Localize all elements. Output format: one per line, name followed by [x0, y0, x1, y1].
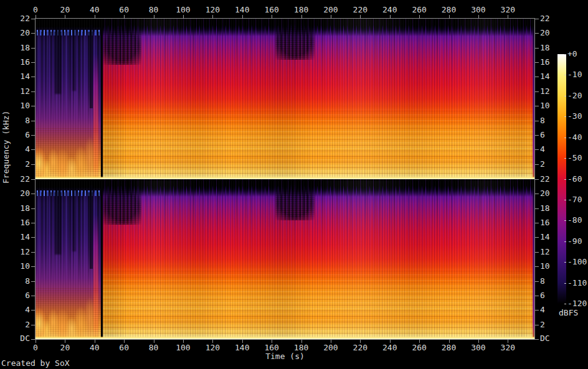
freq-tick-label-left: 10: [12, 262, 30, 271]
freq-tick-label-left: 6: [12, 131, 30, 139]
freq-tick-label-right: 6: [540, 291, 561, 300]
time-tick-label-bottom: 180: [289, 343, 314, 352]
freq-tick-right: [535, 19, 539, 19]
time-tick-label-bottom: 120: [200, 343, 225, 352]
freq-tick-left: [31, 121, 35, 121]
freq-tick-left: [31, 325, 35, 325]
fine-striation-layer: [36, 179, 534, 339]
level-tick-label: -30: [567, 112, 588, 121]
freq-axis-title: Frequency (kHz): [2, 174, 11, 184]
freq-tick-label-left: 20: [12, 29, 30, 37]
freq-tick-label-left: 4: [12, 306, 30, 314]
level-tick: [564, 304, 566, 304]
freq-tick-label-right: 14: [540, 233, 561, 241]
freq-tick-label-left: 12: [12, 248, 30, 256]
freq-tick-right: [535, 91, 539, 92]
time-tick-top: [36, 15, 36, 19]
freq-tick-right: [535, 208, 539, 209]
spectrogram-channel-1: [36, 19, 534, 179]
freq-tick-left: [31, 62, 35, 63]
level-tick-label: -40: [567, 133, 588, 142]
time-tick-label-top: 100: [171, 6, 196, 14]
time-tick-top: [508, 15, 508, 19]
sox-spectrogram: Frequency (kHz) Time (s) dBFS Created by…: [0, 0, 588, 369]
freq-tick-left: [31, 310, 35, 311]
colorbar-title: dBFS: [559, 309, 578, 317]
time-tick-label-top: 280: [437, 6, 462, 14]
time-tick-top: [272, 15, 272, 19]
time-tick-label-bottom: 200: [318, 343, 343, 352]
freq-tick-left: [31, 339, 35, 340]
freq-tick-left: [31, 164, 35, 165]
level-tick: [564, 179, 566, 180]
time-tick-label-bottom: 100: [171, 343, 196, 352]
freq-tick-label-left: 14: [12, 72, 30, 81]
freq-tick-label-right: 10: [540, 101, 561, 110]
freq-tick-label-right: 10: [540, 262, 561, 271]
freq-tick-label-left: DC: [12, 334, 30, 343]
freq-tick-label-right: 12: [540, 87, 561, 96]
freq-tick-left: [31, 296, 35, 296]
level-tick: [564, 158, 566, 159]
time-tick-label-bottom: 0: [23, 343, 48, 352]
freq-tick-label-right: 18: [540, 204, 561, 213]
freq-tick-right: [535, 135, 539, 136]
freq-tick-right: [535, 194, 539, 194]
freq-tick-label-left: 2: [12, 160, 30, 169]
time-tick-label-top: 300: [466, 6, 491, 14]
freq-tick-label-right: 16: [540, 58, 561, 67]
freq-tick-left: [31, 252, 35, 253]
freq-tick-label-right: 20: [540, 29, 561, 37]
freq-tick-right: [535, 164, 539, 165]
freq-tick-label-right: 22: [540, 14, 561, 23]
time-tick-label-top: 200: [318, 6, 343, 14]
time-tick-label-bottom: 40: [82, 343, 107, 352]
freq-tick-label-right: 20: [540, 189, 561, 198]
freq-tick-left: [31, 48, 35, 49]
time-tick-label-bottom: 240: [377, 343, 402, 352]
time-tick-top: [242, 15, 243, 19]
dc-bright-edge: [36, 336, 534, 339]
time-tick-label-bottom: 300: [466, 343, 491, 352]
freq-tick-right: [535, 106, 539, 106]
freq-tick-left: [31, 194, 35, 194]
time-tick-label-bottom: 140: [230, 343, 255, 352]
level-tick-label: -100: [567, 258, 588, 266]
fine-striation-layer: [36, 19, 534, 179]
freq-tick-label-right: 6: [540, 131, 561, 139]
level-tick: [564, 220, 566, 221]
freq-tick-label-left: 16: [12, 58, 30, 67]
time-tick-label-bottom: 80: [141, 343, 166, 352]
freq-tick-right: [535, 62, 539, 63]
freq-tick-label-left: 8: [12, 116, 30, 125]
level-tick-label: -80: [567, 216, 588, 225]
level-tick: [564, 96, 566, 96]
time-tick-label-bottom: 160: [259, 343, 284, 352]
freq-tick-label-left: 22: [12, 175, 30, 184]
freq-tick-label-left: 20: [12, 189, 30, 198]
freq-tick-right: [535, 325, 539, 325]
level-tick-label: -110: [567, 279, 588, 287]
level-tick: [564, 116, 566, 117]
freq-tick-left: [31, 33, 35, 34]
freq-tick-left: [31, 135, 35, 136]
time-tick-top: [478, 15, 479, 19]
freq-tick-label-left: 6: [12, 291, 30, 300]
freq-tick-label-right: 8: [540, 116, 561, 125]
freq-tick-label-left: 8: [12, 277, 30, 286]
freq-tick-right: [535, 310, 539, 311]
time-tick-top: [331, 15, 331, 19]
freq-tick-label-right: 12: [540, 248, 561, 256]
time-tick-label-top: 60: [111, 6, 136, 14]
time-tick-top: [212, 15, 213, 19]
freq-tick-label-right: 14: [540, 72, 561, 81]
freq-tick-label-left: 12: [12, 87, 30, 96]
level-tick: [564, 138, 566, 138]
level-tick: [564, 75, 566, 75]
level-tick-label: -90: [567, 237, 588, 246]
freq-tick-right: [535, 179, 539, 180]
freq-tick-right: [535, 77, 539, 77]
freq-tick-right: [535, 149, 539, 150]
freq-tick-label-right: 16: [540, 218, 561, 227]
freq-tick-right: [535, 223, 539, 223]
